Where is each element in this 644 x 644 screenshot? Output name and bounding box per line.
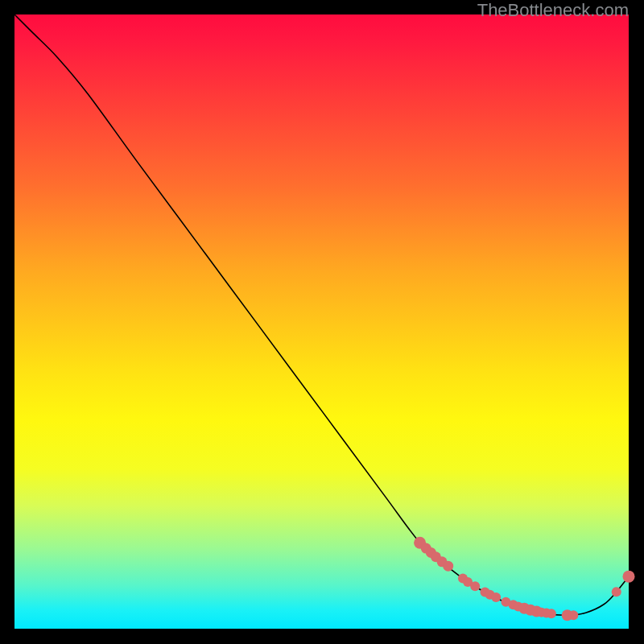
data-point (443, 561, 453, 572)
data-point (623, 571, 635, 583)
data-point (612, 587, 621, 597)
data-point (568, 610, 578, 620)
chart-svg (14, 14, 629, 629)
bottleneck-curve (14, 14, 629, 615)
data-point (491, 592, 501, 602)
chart-frame: TheBottleneck.com (0, 0, 644, 644)
plot-area (14, 14, 629, 629)
data-points (414, 537, 634, 621)
data-point (470, 581, 480, 591)
data-point (547, 609, 556, 618)
watermark-text: TheBottleneck.com (477, 0, 629, 21)
